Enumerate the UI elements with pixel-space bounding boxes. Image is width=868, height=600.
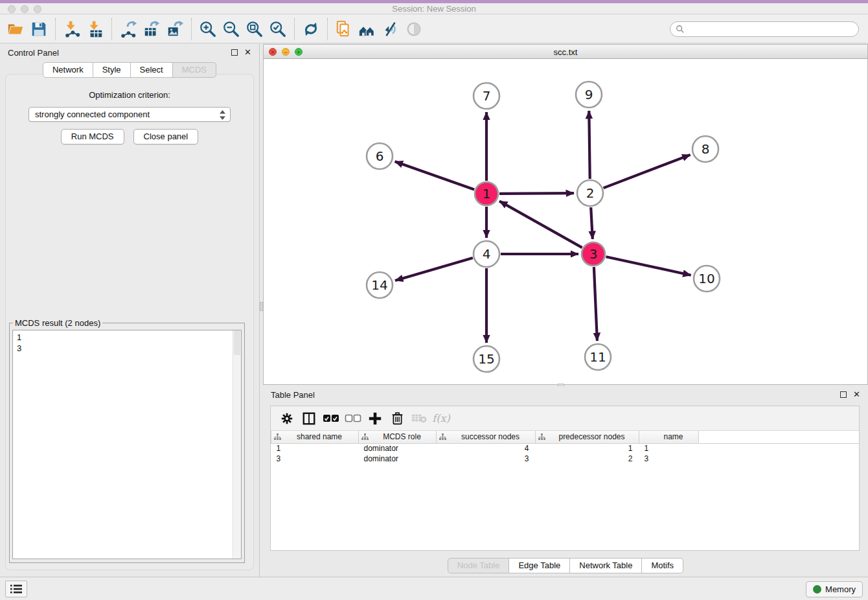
graph-edge-3-1[interactable] <box>499 201 582 248</box>
tab-edge-table[interactable]: Edge Table <box>509 558 570 573</box>
search-icon <box>676 25 685 34</box>
zoom-fit-button[interactable] <box>243 17 266 41</box>
show-columns-button[interactable] <box>299 409 319 428</box>
save-session-button[interactable] <box>27 17 51 41</box>
table-cell[interactable]: 1 <box>639 443 699 454</box>
table-settings-button[interactable] <box>277 409 297 428</box>
close-panel-button[interactable]: Close panel <box>133 129 199 144</box>
network-list-button[interactable] <box>5 581 27 597</box>
hide-selected-button[interactable] <box>379 17 402 41</box>
tab-motifs[interactable]: Motifs <box>642 558 683 573</box>
graph-node-6[interactable]: 6 <box>367 143 393 169</box>
show-all-button[interactable] <box>402 17 426 41</box>
svg-text:7: 7 <box>483 88 491 104</box>
run-mcds-button[interactable]: Run MCDS <box>61 129 124 144</box>
open-session-icon <box>6 20 25 38</box>
tab-select[interactable]: Select <box>131 62 173 78</box>
graph-node-11[interactable]: 11 <box>585 344 611 370</box>
open-session-button[interactable] <box>4 17 27 41</box>
apply-layout-button[interactable] <box>299 17 323 41</box>
graph-node-3[interactable]: 3 <box>582 242 605 266</box>
graph-edge-3-10[interactable] <box>606 257 691 275</box>
export-table-icon <box>143 20 161 38</box>
first-neighbors-button[interactable] <box>356 17 379 41</box>
graph-node-2[interactable]: 2 <box>577 180 603 206</box>
network-canvas[interactable]: 7968124314101511 <box>264 59 867 384</box>
tab-mcds[interactable]: MCDS <box>173 62 216 78</box>
graph-node-9[interactable]: 9 <box>576 82 602 108</box>
column-header-MCDS-role[interactable]: MCDS role <box>359 431 437 443</box>
zoom-selected-icon <box>269 20 287 38</box>
table-cell[interactable]: 1 <box>536 443 639 454</box>
column-header-predecessor-nodes[interactable]: predecessor nodes <box>536 431 639 443</box>
column-header-name[interactable]: name <box>639 431 699 443</box>
zoom-out-button[interactable] <box>220 17 243 41</box>
memory-status-icon <box>813 585 821 594</box>
export-image-button[interactable] <box>163 17 187 41</box>
network-window-titlebar[interactable]: ✕ − + scc.txt <box>264 45 867 59</box>
add-column-button[interactable] <box>365 409 385 428</box>
control-panel-close-icon[interactable]: ✕ <box>244 49 251 56</box>
result-scrollbar[interactable] <box>233 330 241 559</box>
table-cell[interactable]: dominator <box>359 454 437 464</box>
export-network-button[interactable] <box>117 17 140 41</box>
table-cell[interactable]: dominator <box>359 443 437 454</box>
graph-edge-3-11[interactable] <box>594 267 597 341</box>
table-cell[interactable]: 3 <box>639 454 699 464</box>
table-row[interactable]: 3dominator323 <box>271 454 860 464</box>
network-graph[interactable]: 7968124314101511 <box>264 59 867 385</box>
search-input[interactable] <box>685 23 858 36</box>
tab-network-table[interactable]: Network Table <box>570 558 642 573</box>
function-builder-button[interactable]: f(x) <box>431 409 451 428</box>
tab-network[interactable]: Network <box>43 62 93 78</box>
svg-text:6: 6 <box>376 148 384 164</box>
import-table-button[interactable] <box>84 17 107 41</box>
graph-node-15[interactable]: 15 <box>474 346 499 372</box>
criterion-select[interactable]: strongly connected component <box>29 107 231 122</box>
graph-node-4[interactable]: 4 <box>474 241 499 267</box>
new-network-from-selection-button[interactable] <box>332 17 356 41</box>
graph-edge-2-3[interactable] <box>591 207 593 239</box>
table-panel-float-icon[interactable] <box>840 391 847 398</box>
save-session-icon <box>30 20 48 38</box>
import-network-button[interactable] <box>60 17 84 41</box>
control-panel-float-icon[interactable] <box>231 49 238 56</box>
graph-node-1[interactable]: 1 <box>475 182 498 205</box>
tab-style[interactable]: Style <box>93 62 131 78</box>
table-cell[interactable]: 3 <box>271 454 359 464</box>
mcds-panel: Optimization criterion: strongly connect… <box>5 74 254 570</box>
column-header-successor-nodes[interactable]: successor nodes <box>437 431 536 443</box>
graph-edge-1-2[interactable] <box>499 193 574 194</box>
toolbar-separator <box>294 18 295 40</box>
deselect-all-rows-button[interactable] <box>343 409 363 428</box>
graph-edge-2-9[interactable] <box>589 111 589 179</box>
zoom-selected-button[interactable] <box>266 17 290 41</box>
graph-node-10[interactable]: 10 <box>694 266 720 292</box>
table-cell[interactable]: 2 <box>536 454 639 464</box>
mcds-result-text[interactable]: 1 3 <box>12 330 242 559</box>
delete-table-button[interactable] <box>409 409 429 428</box>
app-title: Session: New Session <box>0 4 868 14</box>
toolbar-separator <box>327 18 328 40</box>
table-cell[interactable]: 1 <box>271 443 359 454</box>
zoom-in-button[interactable] <box>196 17 220 41</box>
delete-column-button[interactable] <box>387 409 407 428</box>
search-box <box>670 21 859 37</box>
table-cell[interactable]: 3 <box>437 454 536 464</box>
graph-edge-2-8[interactable] <box>604 155 691 188</box>
memory-button[interactable]: Memory <box>806 581 863 597</box>
graph-edge-4-14[interactable] <box>395 258 473 281</box>
tab-node-table[interactable]: Node Table <box>448 558 510 573</box>
svg-text:10: 10 <box>698 271 714 286</box>
graph-node-14[interactable]: 14 <box>367 272 393 298</box>
graph-node-8[interactable]: 8 <box>692 136 718 162</box>
svg-text:3: 3 <box>589 246 598 262</box>
table-row[interactable]: 1dominator411 <box>271 443 860 454</box>
table-panel-close-icon[interactable]: ✕ <box>853 391 860 398</box>
export-table-button[interactable] <box>140 17 163 41</box>
graph-edge-1-6[interactable] <box>395 161 475 189</box>
table-cell[interactable]: 4 <box>437 443 536 454</box>
select-all-rows-button[interactable] <box>321 409 341 428</box>
column-header-shared-name[interactable]: shared name <box>271 431 359 443</box>
graph-node-7[interactable]: 7 <box>474 83 499 109</box>
